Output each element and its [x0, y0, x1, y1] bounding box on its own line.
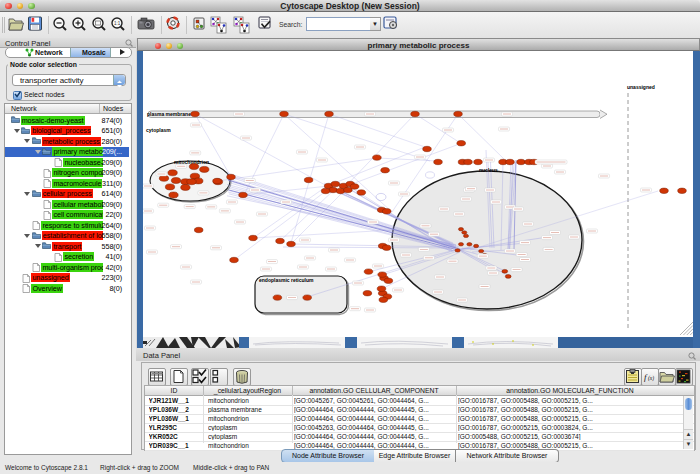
svg-text:cytoplasm: cytoplasm — [146, 127, 171, 133]
svg-text:mitochondrion: mitochondrion — [174, 159, 209, 165]
svg-text:endoplasmic reticulum: endoplasmic reticulum — [259, 277, 314, 283]
svg-text:nucleus: nucleus — [479, 167, 498, 173]
svg-text:(x): (x) — [648, 375, 654, 382]
svg-text:plasma membrane: plasma membrane — [147, 111, 191, 117]
svg-text:1:1: 1:1 — [114, 21, 121, 26]
svg-text:unassigned: unassigned — [627, 84, 655, 90]
